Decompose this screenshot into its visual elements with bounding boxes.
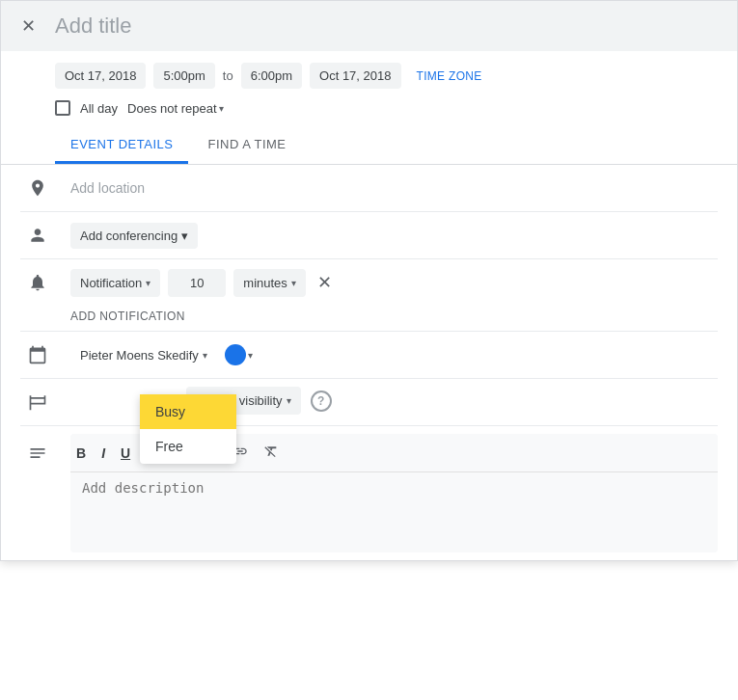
notification-unit-arrow: ▾: [291, 278, 296, 288]
description-row: B I U: [1, 426, 737, 560]
notification-unit-label: minutes: [243, 276, 287, 290]
end-date-chip[interactable]: Oct 17, 2018: [310, 63, 400, 89]
conferencing-row: Add conferencing ▾: [1, 212, 737, 258]
status-row: Busy Free Default visibility ▾ ?: [1, 379, 737, 425]
location-content: [70, 180, 718, 196]
add-conferencing-button[interactable]: Add conferencing ▾: [70, 223, 198, 249]
notification-value-input[interactable]: [168, 269, 226, 297]
start-date-chip[interactable]: Oct 17, 2018: [55, 63, 146, 89]
calendar-icon: [20, 345, 55, 364]
calendar-select-arrow: ▾: [203, 350, 207, 361]
help-button[interactable]: ?: [311, 390, 332, 412]
location-icon: [20, 178, 55, 198]
location-row: [1, 165, 737, 211]
calendar-content: Pieter Moens Skedify ▾ ▾: [70, 341, 718, 369]
remove-notification-button[interactable]: ✕: [317, 272, 332, 293]
add-notification-button[interactable]: ADD NOTIFICATION: [1, 306, 737, 331]
to-label: to: [223, 68, 233, 83]
allday-row: All day Does not repeat ▾: [1, 96, 737, 127]
conferencing-content: Add conferencing ▾: [70, 223, 718, 249]
calendar-color-arrow: ▾: [248, 350, 253, 361]
remove-format-button[interactable]: [258, 440, 285, 466]
italic-button[interactable]: I: [96, 442, 111, 465]
status-busy-option[interactable]: Busy: [140, 394, 236, 429]
notification-content: Notification ▾ minutes ▾ ✕: [70, 269, 718, 297]
notification-type-arrow: ▾: [146, 278, 150, 288]
end-time-chip[interactable]: 6:00pm: [241, 63, 302, 89]
tabs-container: EVENT DETAILS FIND A TIME: [1, 127, 737, 165]
tab-find-time[interactable]: FIND A TIME: [192, 127, 301, 164]
close-button[interactable]: ✕: [16, 14, 40, 38]
bold-button[interactable]: B: [70, 442, 92, 465]
start-time-chip[interactable]: 5:00pm: [153, 63, 214, 89]
notification-icon: [20, 273, 55, 292]
notification-type-label: Notification: [80, 276, 142, 290]
calendar-select[interactable]: Pieter Moens Skedify ▾: [70, 341, 217, 369]
repeat-dropdown[interactable]: Does not repeat ▾: [127, 101, 224, 116]
notification-unit-select[interactable]: minutes ▾: [233, 269, 306, 297]
tab-event-details[interactable]: EVENT DETAILS: [55, 127, 188, 164]
calendar-color-dropdown[interactable]: ▾: [221, 344, 253, 365]
conferencing-icon: [20, 226, 55, 245]
notification-type-select[interactable]: Notification ▾: [70, 269, 160, 297]
datetime-row: Oct 17, 2018 5:00pm to 6:00pm Oct 17, 20…: [1, 51, 737, 96]
description-textarea[interactable]: [70, 472, 718, 550]
calendar-name: Pieter Moens Skedify: [80, 348, 199, 363]
status-dropdown-popup: Busy Free: [140, 394, 236, 464]
underline-button[interactable]: U: [115, 442, 136, 465]
title-input[interactable]: [55, 13, 722, 39]
dialog-header: ✕: [1, 1, 737, 51]
description-icon: [20, 434, 55, 463]
event-dialog: ✕ Oct 17, 2018 5:00pm to 6:00pm Oct 17, …: [0, 0, 738, 561]
status-icon: [20, 387, 55, 412]
timezone-button[interactable]: TIME ZONE: [417, 69, 482, 83]
visibility-arrow: ▾: [287, 395, 291, 406]
status-free-option[interactable]: Free: [140, 429, 236, 464]
location-input[interactable]: [70, 180, 718, 196]
allday-checkbox[interactable]: [55, 100, 70, 116]
repeat-dropdown-arrow: ▾: [219, 103, 224, 114]
notification-row: Notification ▾ minutes ▾ ✕: [1, 259, 737, 306]
calendar-color-dot: [225, 344, 246, 365]
allday-label: All day: [80, 101, 118, 116]
calendar-row: Pieter Moens Skedify ▾ ▾: [1, 332, 737, 378]
repeat-dropdown-text: Does not repeat: [127, 101, 217, 116]
add-conferencing-arrow: ▾: [181, 229, 188, 243]
add-conferencing-label: Add conferencing: [80, 229, 178, 243]
